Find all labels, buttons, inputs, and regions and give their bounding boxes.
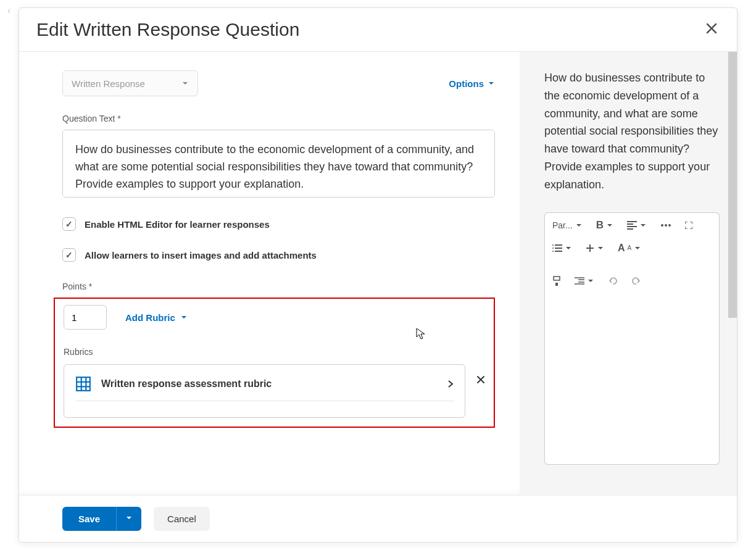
rubric-card[interactable]: Written response assessment rubric [64,364,465,418]
chevron-down-icon [606,222,613,229]
question-type-value: Written Response [72,78,145,89]
rte-list-button[interactable] [552,244,572,252]
rte-format-painter-button[interactable] [552,276,561,286]
svg-point-6 [665,224,667,227]
chevron-down-icon [575,222,583,229]
rte-bold-button[interactable]: B [596,219,613,231]
modal-title: Edit Written Response Question [36,19,299,40]
chevron-down-icon [587,277,594,285]
list-icon [552,244,562,252]
modal-header: Edit Written Response Question [19,8,737,52]
cancel-button[interactable]: Cancel [154,507,210,531]
enable-html-checkbox[interactable] [62,217,76,231]
rte-paragraph-select[interactable]: Par... [552,220,583,230]
close-button[interactable] [704,20,720,40]
svg-point-9 [552,248,554,249]
svg-rect-11 [554,277,560,280]
close-icon [706,23,717,34]
rte-indent-button[interactable] [575,277,594,285]
scrollbar[interactable] [728,52,737,318]
allow-attachments-label: Allow learners to insert images and add … [85,250,317,260]
chevron-down-icon [565,244,572,252]
rte-more-button[interactable] [660,223,671,227]
points-label: Points * [62,281,495,291]
preview-question-text: How do businesses contribute to the econ… [544,69,720,194]
options-label: Options [449,78,484,89]
chevron-down-icon [181,78,189,89]
preview-pane: How do businesses contribute to the econ… [520,52,737,495]
rte-fullscreen-button[interactable] [685,222,692,229]
rubric-grid-icon [75,376,91,392]
save-dropdown-button[interactable] [116,507,141,531]
svg-rect-0 [77,377,90,391]
rubric-name: Written response assessment rubric [101,378,438,390]
add-rubric-label: Add Rubric [125,312,175,323]
rte-insert-button[interactable] [586,244,604,252]
allow-attachments-checkbox[interactable] [62,248,76,262]
rte-toolbar: Par... B [544,212,720,292]
redo-icon [631,277,641,285]
rte-redo-button[interactable] [631,277,641,285]
svg-point-7 [668,224,671,227]
remove-rubric-button[interactable] [476,364,485,387]
ellipsis-icon [660,223,671,227]
modal-footer: Save Cancel [19,495,737,542]
save-button[interactable]: Save [62,507,116,531]
question-type-select[interactable]: Written Response [62,70,198,96]
chevron-down-icon [597,244,604,252]
rubric-highlight-region: Add Rubric Rubrics [54,298,495,428]
chevron-down-icon [125,514,133,522]
close-icon [476,375,485,384]
enable-html-label: Enable HTML Editor for learner responses [85,219,270,230]
undo-icon [608,277,618,285]
align-left-icon [627,221,637,230]
fullscreen-icon [685,222,692,229]
editor-pane: Written Response Options Question Text *… [19,52,520,495]
question-text-label: Question Text * [62,114,495,123]
chevron-down-icon [180,314,188,321]
chevron-down-icon [488,80,495,87]
svg-point-10 [552,251,554,252]
chevron-down-icon [639,222,647,229]
chevron-down-icon [634,244,641,252]
modal-body: Written Response Options Question Text *… [19,52,737,495]
add-rubric-button[interactable]: Add Rubric [125,312,188,323]
plus-icon [586,244,594,252]
edit-question-modal: Edit Written Response Question Written R… [19,7,737,543]
question-text-input[interactable] [62,130,495,198]
rte-editor-body[interactable] [544,292,720,465]
rte-fontsize-button[interactable]: AA [618,243,641,254]
options-button[interactable]: Options [449,78,495,89]
rubrics-section-label: Rubrics [64,347,485,357]
expand-right-icon[interactable] [447,380,454,388]
svg-point-5 [661,224,663,227]
format-painter-icon [552,276,561,286]
rte-align-button[interactable] [627,221,647,230]
svg-point-8 [552,244,554,246]
indent-icon [575,277,584,285]
points-input[interactable] [64,305,107,330]
rte-undo-button[interactable] [608,277,618,285]
